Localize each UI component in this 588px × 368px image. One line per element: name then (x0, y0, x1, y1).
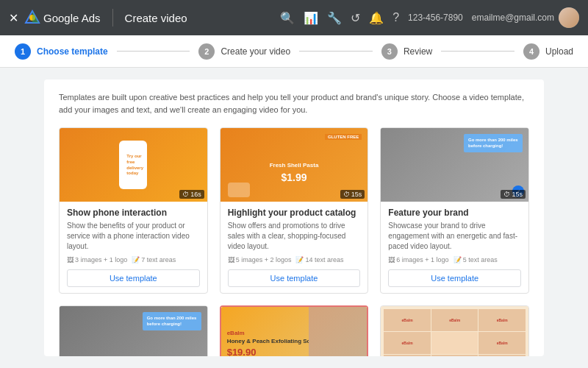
help-icon[interactable]: ? (392, 11, 399, 24)
template-meta-3: 🖼 6 images + 1 logo 📝 5 text areas (388, 256, 521, 263)
meta-images-3: 🖼 6 images + 1 logo (388, 256, 448, 263)
duration-value-2: 15s (351, 191, 362, 198)
step-1-number: 1 (15, 43, 31, 60)
clock-icon: ⏱ (182, 191, 189, 198)
showcase-thumb-bg: eBalm eBalm eBalm eBalm eBalm eBalm eBal… (381, 306, 528, 356)
product-price-thumb: $1.99 (281, 171, 306, 183)
template-card-phone-interaction: Try our freedelivery today ⏱ 16s Show ph… (59, 127, 208, 294)
search-icon[interactable]: 🔍 (280, 11, 295, 25)
step-1: 1 Choose template (15, 43, 108, 60)
showcase-cell-3: eBalm (478, 309, 526, 331)
promo-price: $19.90 (227, 347, 257, 356)
clock-icon-2: ⏱ (343, 191, 350, 198)
template-card-showcase: eBalm eBalm eBalm eBalm eBalm eBalm eBal… (380, 305, 529, 356)
template-thumbnail-product: GLUTEN FREE Fresh Shell Pasta $1.99 ⏱ 15… (220, 128, 368, 202)
step-connector-1 (117, 51, 190, 52)
template-info-1: Show phone interaction Show the benefits… (60, 202, 207, 293)
step-2-label: Create your video (220, 46, 290, 57)
template-thumbnail-showcase: eBalm eBalm eBalm eBalm eBalm eBalm eBal… (381, 306, 528, 356)
use-template-btn-3[interactable]: Use template (388, 269, 521, 287)
meta-text-2: 📝 14 text areas (295, 256, 343, 263)
showcase-cell-7: eBalm (384, 355, 431, 356)
step-3: 3 Review (381, 43, 432, 60)
use-template-btn-1[interactable]: Use template (67, 269, 200, 287)
step-3-number: 3 (381, 43, 398, 60)
close-icon[interactable]: ✕ (9, 11, 18, 25)
showcase-cell-5-product (431, 332, 478, 354)
template-thumbnail-promo: eBalm Honey & Peach Exfoliating Scrub $1… (221, 307, 368, 356)
google-ads-logo: Google Ads (24, 10, 101, 26)
template-meta-1: 🖼 3 images + 1 logo 📝 7 text areas (67, 256, 200, 263)
pasta-visual (228, 183, 250, 197)
template-desc-2: Show offers and promotions to drive sale… (228, 221, 361, 252)
page-title: Create video (125, 12, 187, 24)
template-name-3: Feature your brand (388, 208, 521, 218)
intro-text: Templates are built upon creative best p… (59, 91, 529, 116)
nav-right: 🔍 📊 🔧 ↺ 🔔 ? 123-456-7890 emailme@gmail.c… (280, 7, 579, 28)
duration-badge-1: ⏱ 16s (179, 190, 204, 199)
product-banner: GLUTEN FREE (325, 134, 362, 140)
user-email: emailme@gmail.com (472, 13, 554, 23)
refresh-icon[interactable]: ↺ (351, 11, 360, 25)
showcase-cell-4: eBalm (384, 332, 431, 354)
step-4-label: Upload (545, 46, 573, 57)
nav-divider (112, 9, 113, 26)
template-card-feature-brand-6s: Go more than 200 miles before charging! … (59, 305, 208, 356)
showcase-cell-1: eBalm (384, 309, 431, 331)
avatar[interactable] (559, 7, 579, 28)
step-2: 2 Create your video (198, 43, 290, 60)
phone-text: Try our freedelivery today (126, 154, 146, 177)
template-desc-1: Show the benefits of your product or ser… (67, 221, 200, 252)
template-grid: Try our freedelivery today ⏱ 16s Show ph… (59, 127, 529, 356)
showcase-cell-6: eBalm (478, 332, 526, 354)
template-info-3: Feature your brand Showcase your brand t… (381, 202, 528, 293)
duration-value-1: 16s (190, 191, 201, 198)
product-name-thumb: Fresh Shell Pasta (270, 162, 319, 169)
use-template-btn-2[interactable]: Use template (228, 269, 361, 287)
step-1-label: Choose template (37, 46, 108, 57)
step-4-number: 4 (523, 43, 539, 60)
nav-left: ✕ Google Ads Create video (9, 9, 187, 26)
showcase-cell-9: eBalm (478, 355, 526, 356)
template-thumbnail-brand2: Go more than 200 miles before charging! … (60, 306, 207, 356)
template-card-product-catalog: GLUTEN FREE Fresh Shell Pasta $1.99 ⏱ 15… (220, 127, 369, 294)
user-info: 123-456-7890 emailme@gmail.com (408, 7, 579, 28)
template-card-share-promotion: eBalm Honey & Peach Exfoliating Scrub $1… (220, 305, 369, 356)
template-name-1: Show phone interaction (67, 208, 200, 218)
phone-shape: Try our freedelivery today (119, 141, 147, 189)
promo-thumb-bg: eBalm Honey & Peach Exfoliating Scrub $1… (221, 307, 368, 356)
main-content: Templates are built upon creative best p… (0, 68, 588, 368)
tools-icon[interactable]: 🔧 (327, 11, 342, 25)
meta-images-1: 🖼 3 images + 1 logo (67, 256, 127, 263)
clock-icon-3: ⏱ (503, 191, 510, 198)
step-connector-3 (441, 51, 514, 52)
step-2-number: 2 (198, 43, 215, 60)
google-ads-icon (24, 10, 40, 26)
app-name: Google Ads (43, 12, 101, 24)
showcase-cell-8: eBalm (431, 355, 478, 356)
stepper: 1 Choose template 2 Create your video 3 … (0, 35, 588, 68)
report-icon[interactable]: 📊 (304, 11, 318, 25)
template-name-2: Highlight your product catalog (228, 208, 361, 218)
top-navigation: ✕ Google Ads Create video 🔍 📊 🔧 ↺ 🔔 ? 12… (0, 0, 588, 35)
meta-images-2: 🖼 5 images + 2 logos (228, 256, 292, 263)
template-thumbnail-phone: Try our freedelivery today ⏱ 16s (60, 128, 207, 202)
showcase-cell-2: eBalm (431, 309, 478, 331)
template-card-feature-brand: Go more than 200 miles before charging! … (380, 127, 529, 294)
avatar-image (559, 7, 579, 28)
step-connector-2 (299, 51, 373, 52)
step-3-label: Review (404, 46, 432, 57)
brand2-overlay-text: Go more than 200 miles before charging! (143, 312, 201, 330)
promo-brand-name: eBalm (227, 330, 245, 336)
user-phone: 123-456-7890 (408, 13, 463, 23)
template-thumbnail-brand: Go more than 200 miles before charging! … (381, 128, 528, 202)
meta-text-3: 📝 5 text areas (453, 256, 498, 263)
bell-icon[interactable]: 🔔 (369, 11, 384, 25)
duration-badge-3: ⏱ 15s (501, 190, 526, 199)
meta-text-1: 📝 7 text areas (132, 256, 176, 263)
step-4: 4 Upload (523, 43, 573, 60)
template-info-2: Highlight your product catalog Show offe… (220, 202, 368, 293)
content-panel: Templates are built upon creative best p… (44, 79, 544, 356)
duration-badge-2: ⏱ 15s (340, 190, 365, 199)
promo-product-name: Honey & Peach Exfoliating Scrub (227, 338, 320, 345)
